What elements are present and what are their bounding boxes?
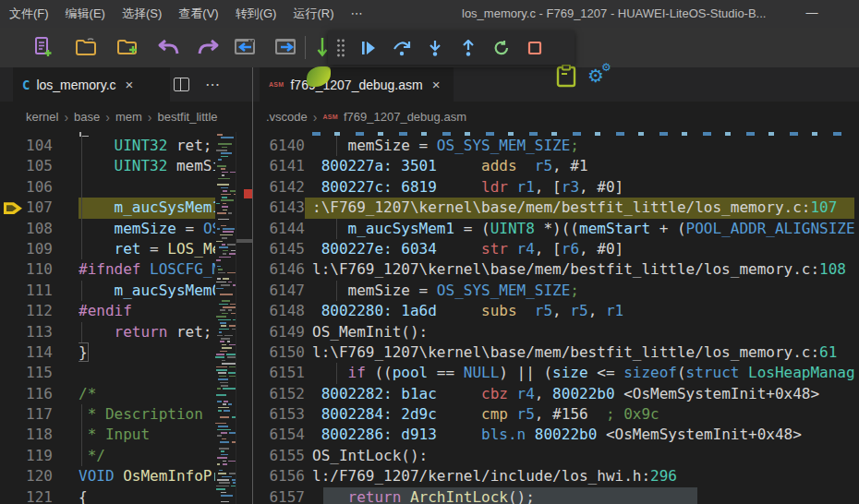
editor-debug-asm[interactable]: 6140 memSize = OS_SYS_MEM_SIZE;6141 8002… (253, 132, 859, 504)
clipboard-icon[interactable] (554, 63, 578, 89)
line-number[interactable]: 108 (0, 219, 53, 239)
code-line[interactable]: 104 UINT32 ret; (0, 136, 215, 156)
undo-icon[interactable] (155, 34, 181, 60)
code-line[interactable]: 108 memSize = OS_SYS_ (0, 219, 215, 239)
code-line[interactable]: 109 ret = LOS_MemIn (0, 239, 215, 259)
editor-group-sash[interactable] (252, 67, 253, 504)
code-line[interactable]: 6148 8002280: 1a6d subs r5, r5, r1 (253, 301, 854, 321)
line-number[interactable]: 114 (0, 342, 53, 363)
line-number[interactable]: 119 (0, 446, 53, 466)
code-line[interactable]: 6156l:/F769_1207/kernel/include/los_hwi.… (253, 466, 854, 486)
continue-button[interactable] (352, 32, 385, 63)
line-number[interactable]: 6148 (253, 301, 305, 321)
line-number[interactable]: 6153 (253, 404, 305, 425)
menu-item[interactable]: 文件(F) (0, 0, 57, 28)
new-folder-icon[interactable] (115, 34, 140, 60)
code-line[interactable]: 6140 memSize = OS_SYS_MEM_SIZE; (253, 136, 854, 156)
code-line[interactable]: 6142 800227c: 6819 ldr r1, [r3, #0] (253, 177, 854, 198)
editor-los-memory[interactable]: 104 UINT32 ret;105 UINT32 memSize106107 … (0, 132, 252, 504)
step-into-button[interactable] (418, 32, 452, 63)
line-number[interactable]: 6145 (253, 239, 305, 259)
code-line[interactable]: 6154 8002286: d913 bls.n 80022b0 <OsMemS… (253, 425, 854, 445)
line-number[interactable]: 6144 (253, 219, 305, 239)
code-line[interactable]: 105 UINT32 memSize (0, 156, 215, 176)
editor-back-icon[interactable] (232, 34, 258, 60)
settings-gears-icon[interactable]: ⚙⚙ (587, 65, 604, 87)
menu-item[interactable]: 运行(R) (284, 0, 342, 28)
line-number[interactable]: 109 (0, 239, 53, 259)
overview-ruler[interactable] (236, 132, 252, 504)
line-number[interactable]: 6143 (253, 198, 305, 218)
code-line[interactable]: 6147 memSize = OS_SYS_MEM_SIZE; (253, 281, 854, 301)
code-line[interactable]: 118 * Input (0, 425, 215, 445)
code-line[interactable]: 6143:\F769_1207\kernel\base/mem/bestfit_… (253, 198, 854, 218)
code-line[interactable]: 114} (0, 342, 215, 363)
code-line[interactable]: 115 (0, 363, 215, 383)
line-number[interactable]: 6141 (253, 156, 305, 176)
line-number[interactable]: 111 (0, 281, 53, 301)
line-number[interactable]: 6156 (253, 466, 305, 486)
line-number[interactable]: 121 (0, 487, 53, 504)
menu-item[interactable]: 编辑(E) (57, 0, 114, 28)
minimap[interactable] (215, 132, 236, 504)
code-line[interactable]: 6146l:\F769_1207\kernel\base/mem/bestfit… (253, 259, 854, 280)
code-line[interactable]: 111 m_aucSysMem0 (0, 281, 215, 301)
line-number[interactable]: 116 (0, 384, 53, 404)
code-line[interactable]: 6153 8002284: 2d9c cmp r5, #156 ; 0x9c (253, 404, 854, 425)
code-line[interactable]: 6141 800227a: 3501 adds r5, #1 (253, 156, 854, 176)
line-number[interactable]: 6157 (253, 487, 305, 504)
line-number[interactable]: 110 (0, 259, 53, 280)
code-line[interactable]: 117 * Description (0, 404, 215, 425)
line-number[interactable]: 112 (0, 301, 53, 321)
line-number[interactable]: 113 (0, 322, 53, 342)
breadcrumb-item[interactable]: .vscode (266, 110, 308, 124)
line-number[interactable]: 6154 (253, 425, 305, 445)
restart-button[interactable] (485, 32, 518, 63)
step-over-button[interactable] (385, 32, 418, 63)
line-number[interactable]: 6149 (253, 322, 305, 342)
line-number[interactable]: 6155 (253, 446, 305, 466)
code-line[interactable]: 119 */ (0, 446, 215, 466)
open-folder-icon[interactable] (73, 34, 99, 60)
line-number[interactable]: 6142 (253, 177, 305, 198)
stop-button[interactable] (518, 32, 551, 63)
editor-forward-icon[interactable] (272, 34, 298, 60)
breadcrumb-item[interactable]: bestfit_little (158, 110, 218, 124)
menu-item[interactable]: 选择(S) (114, 0, 170, 28)
menu-item[interactable]: 查看(V) (170, 0, 226, 28)
line-number[interactable]: 118 (0, 425, 53, 445)
line-number[interactable]: 105 (0, 156, 53, 176)
code-line[interactable]: 116/* (0, 384, 215, 404)
code-line[interactable]: 6145 800227e: 6034 str r4, [r6, #0] (253, 239, 854, 259)
code-line[interactable]: 110#ifndef LOSCFG_ME (0, 259, 215, 280)
tab-los-memory[interactable]: C los_memory.c × (13, 67, 170, 102)
breadcrumb-item[interactable]: kernel (26, 110, 58, 124)
code-line[interactable]: 106 (0, 177, 215, 198)
breadcrumb-item[interactable]: mem (115, 110, 142, 124)
line-number[interactable]: 6147 (253, 281, 305, 301)
code-line[interactable]: 6151 if ((pool == NULL) || (size <= size… (253, 363, 854, 383)
close-icon[interactable]: × (430, 77, 442, 92)
close-icon[interactable]: × (124, 77, 136, 92)
code-line[interactable]: 6149OS_MemInit(): (253, 322, 854, 342)
menu-item[interactable]: ⋯ (342, 0, 370, 28)
line-number[interactable]: 6152 (253, 384, 305, 404)
line-number[interactable]: 120 (0, 466, 53, 486)
code-line[interactable]: 113 return ret; (0, 322, 215, 342)
code-line[interactable]: 121{ (0, 487, 215, 504)
menu-item[interactable]: 转到(G) (227, 0, 285, 28)
more-actions-button[interactable]: ⋯ (205, 67, 220, 102)
split-editor-button[interactable] (174, 67, 189, 102)
code-line[interactable]: 120VOID OsMemInfoPrint (0, 466, 215, 486)
line-number[interactable]: 106 (0, 177, 53, 198)
line-number[interactable]: 117 (0, 404, 53, 425)
breadcrumb-item[interactable]: base (74, 110, 100, 124)
line-number[interactable]: 6140 (253, 136, 305, 156)
code-line[interactable]: 6157 return ArchIntLock(); (253, 487, 854, 504)
line-number[interactable]: 6146 (253, 259, 305, 280)
code-line[interactable]: 6144 m_aucSysMem1 = (UINT8 *)((memStart … (253, 219, 854, 239)
code-line[interactable]: 107 m_aucSysMem1 (0, 198, 215, 218)
redo-icon[interactable] (196, 34, 222, 60)
minimize-button[interactable]: — (796, 0, 828, 28)
line-number[interactable]: 104 (0, 136, 53, 156)
